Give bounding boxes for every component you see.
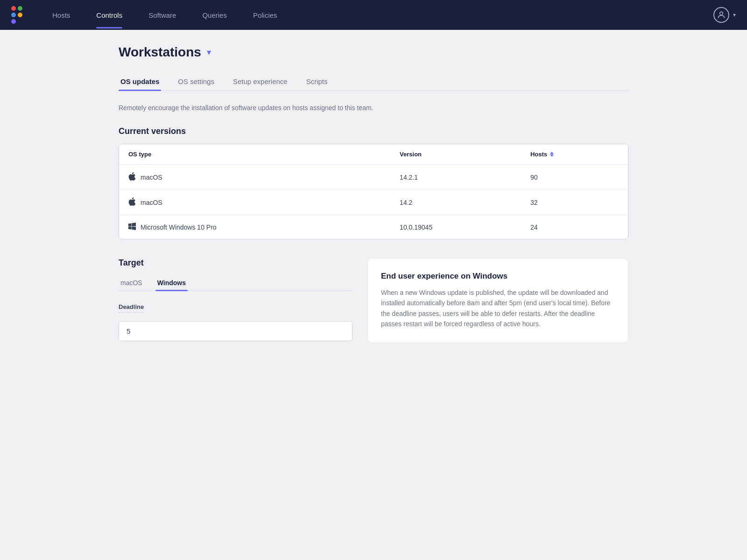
info-card-title: End user experience on Windows: [381, 272, 615, 281]
os-name: macOS: [141, 174, 162, 181]
table-row: Microsoft Windows 10 Pro 10.0.19045 24: [119, 215, 628, 239]
target-panel: Target macOS Windows Deadline: [119, 258, 352, 343]
cell-hosts: 24: [521, 215, 628, 239]
page-description: Remotely encourage the installation of s…: [119, 104, 628, 112]
table-row: macOS 14.2 32: [119, 190, 628, 215]
apple-icon: [128, 197, 136, 207]
logo-dot-purple: [11, 19, 16, 24]
main-content: Workstations ▾ OS updates OS settings Se…: [107, 30, 640, 358]
os-name: macOS: [141, 199, 162, 206]
nav-right: ▾: [713, 7, 736, 23]
svg-point-0: [720, 12, 723, 15]
cell-version: 10.0.19045: [390, 215, 521, 239]
tab-os-settings[interactable]: OS settings: [176, 73, 216, 90]
sub-tabs: macOS Windows: [119, 275, 352, 291]
os-name: Microsoft Windows 10 Pro: [141, 224, 217, 231]
page-title-chevron[interactable]: ▾: [207, 47, 211, 57]
current-versions-title: Current versions: [119, 126, 628, 136]
sub-tab-windows[interactable]: Windows: [155, 275, 188, 290]
table-header-row: OS type Version Hosts: [119, 144, 628, 165]
logo-dot-green: [18, 6, 22, 11]
nav-item-controls[interactable]: Controls: [83, 2, 135, 28]
tab-setup-experience[interactable]: Setup experience: [231, 73, 289, 90]
tab-scripts[interactable]: Scripts: [304, 73, 330, 90]
user-menu-chevron[interactable]: ▾: [733, 12, 736, 18]
deadline-field: Deadline: [119, 302, 352, 341]
cell-os-type: Microsoft Windows 10 Pro: [119, 215, 390, 239]
page-header: Workstations ▾: [119, 45, 628, 60]
table-body: macOS 14.2.1 90: [119, 165, 628, 239]
cell-hosts: 90: [521, 165, 628, 190]
nav-item-software[interactable]: Software: [135, 2, 189, 28]
col-version: Version: [390, 144, 521, 165]
logo-dot-yellow: [18, 13, 22, 17]
cell-os-type: macOS: [119, 190, 390, 215]
logo-dot-blue: [11, 13, 16, 17]
deadline-input[interactable]: [119, 321, 352, 341]
windows-icon: [128, 223, 136, 231]
info-card: End user experience on Windows When a ne…: [367, 258, 628, 343]
cell-os-type: macOS: [119, 165, 390, 190]
col-hosts[interactable]: Hosts: [521, 144, 628, 165]
page-title: Workstations: [119, 45, 201, 60]
bottom-section: Target macOS Windows Deadline End user e…: [119, 258, 628, 343]
logo-dot-red: [11, 6, 16, 11]
nav-item-policies[interactable]: Policies: [240, 2, 290, 28]
navbar: Hosts Controls Software Queries Policies…: [0, 0, 747, 30]
sort-hosts-icon[interactable]: [550, 152, 554, 157]
versions-table-container: OS type Version Hosts: [119, 144, 628, 239]
cell-hosts: 32: [521, 190, 628, 215]
app-logo: [11, 6, 24, 24]
nav-item-hosts[interactable]: Hosts: [39, 2, 83, 28]
col-os-type: OS type: [119, 144, 390, 165]
cell-version: 14.2.1: [390, 165, 521, 190]
sub-tab-macos[interactable]: macOS: [119, 275, 144, 290]
target-title: Target: [119, 258, 352, 268]
table-row: macOS 14.2.1 90: [119, 165, 628, 190]
info-card-text: When a new Windows update is published, …: [381, 287, 615, 329]
main-tabs: OS updates OS settings Setup experience …: [119, 73, 628, 91]
apple-icon: [128, 172, 136, 182]
user-avatar[interactable]: [713, 7, 729, 23]
tab-os-updates[interactable]: OS updates: [119, 73, 161, 90]
nav-item-queries[interactable]: Queries: [189, 2, 240, 28]
cell-version: 14.2: [390, 190, 521, 215]
nav-items: Hosts Controls Software Queries Policies: [39, 2, 713, 28]
deadline-label: Deadline: [119, 303, 144, 313]
versions-table: OS type Version Hosts: [119, 144, 628, 239]
